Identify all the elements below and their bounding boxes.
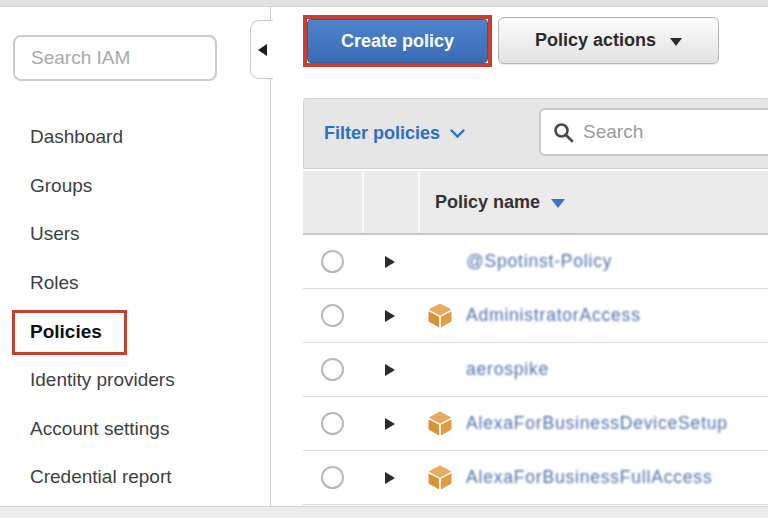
row-radio-button[interactable] xyxy=(321,250,344,273)
caret-down-icon xyxy=(670,38,682,46)
sidebar: DashboardGroupsUsersRolesPoliciesIdentit… xyxy=(0,7,271,506)
aws-managed-cube-icon xyxy=(427,302,453,329)
sidebar-item-dashboard[interactable]: Dashboard xyxy=(30,113,175,162)
sidebar-item-policies[interactable]: Policies xyxy=(30,307,175,356)
policy-name-link[interactable]: aerospike xyxy=(466,359,549,380)
header-cell-expand xyxy=(362,171,418,233)
sidebar-item-account-settings[interactable]: Account settings xyxy=(30,405,175,454)
sidebar-item-credential-report[interactable]: Credential report xyxy=(30,453,175,502)
sidebar-collapse-tab[interactable] xyxy=(250,20,273,79)
annotation-box-create-policy: Create policy xyxy=(303,15,492,67)
sidebar-item-users[interactable]: Users xyxy=(30,210,175,259)
collapse-left-triangle-icon xyxy=(258,44,267,56)
iam-console-page: DashboardGroupsUsersRolesPoliciesIdentit… xyxy=(0,0,768,518)
policy-table-row: AdministratorAccess xyxy=(303,289,768,343)
bottom-chrome-strip xyxy=(0,506,768,518)
header-cell-select xyxy=(303,171,362,233)
sidebar-item-groups[interactable]: Groups xyxy=(30,162,175,211)
policy-actions-button[interactable]: Policy actions xyxy=(498,17,719,64)
sidebar-item-roles[interactable]: Roles xyxy=(30,259,175,308)
aws-managed-cube-icon xyxy=(427,410,453,437)
expand-row-right-triangle-icon[interactable] xyxy=(385,472,395,484)
row-radio-button[interactable] xyxy=(321,358,344,381)
policy-name-link[interactable]: AdministratorAccess xyxy=(466,305,641,326)
policy-table-header: Policy name xyxy=(303,171,768,235)
sidebar-item-identity-providers[interactable]: Identity providers xyxy=(30,356,175,405)
policy-table-row: AlexaForBusinessFullAccess xyxy=(303,451,768,505)
expand-row-right-triangle-icon[interactable] xyxy=(385,364,395,376)
sort-caret-down-icon xyxy=(551,199,565,208)
policy-name-link[interactable]: AlexaForBusinessFullAccess xyxy=(466,467,712,488)
policy-search-box xyxy=(539,108,768,156)
policy-table-body: @Spotinst-Policy AdministratorAccess xyxy=(303,235,768,505)
policy-table-row: AlexaForBusinessDeviceSetup xyxy=(303,397,768,451)
row-radio-button[interactable] xyxy=(321,412,344,435)
filter-policies-dropdown[interactable]: Filter policies xyxy=(324,99,465,168)
policy-name-header-label: Policy name xyxy=(435,192,540,213)
filter-bar: Filter policies xyxy=(303,98,768,169)
expand-row-right-triangle-icon[interactable] xyxy=(385,418,395,430)
main-content: Create policy Policy actions Filter poli… xyxy=(303,0,768,506)
row-radio-button[interactable] xyxy=(321,466,344,489)
search-iam-input[interactable] xyxy=(13,35,217,81)
policy-table-row: @Spotinst-Policy xyxy=(303,235,768,289)
create-policy-button[interactable]: Create policy xyxy=(307,19,488,63)
magnifier-icon xyxy=(553,122,574,143)
policy-name-link[interactable]: AlexaForBusinessDeviceSetup xyxy=(466,413,728,434)
row-radio-button[interactable] xyxy=(321,304,344,327)
chevron-down-icon xyxy=(450,129,465,139)
policy-search-input[interactable] xyxy=(583,121,768,143)
expand-row-right-triangle-icon[interactable] xyxy=(385,256,395,268)
filter-policies-label: Filter policies xyxy=(324,123,440,144)
column-header-policy-name[interactable]: Policy name xyxy=(418,171,768,233)
aws-managed-cube-icon xyxy=(427,464,453,491)
policy-table-row: aerospike xyxy=(303,343,768,397)
policy-actions-label: Policy actions xyxy=(535,30,656,51)
expand-row-right-triangle-icon[interactable] xyxy=(385,310,395,322)
policy-name-link[interactable]: @Spotinst-Policy xyxy=(466,251,612,272)
sidebar-nav: DashboardGroupsUsersRolesPoliciesIdentit… xyxy=(30,113,175,502)
